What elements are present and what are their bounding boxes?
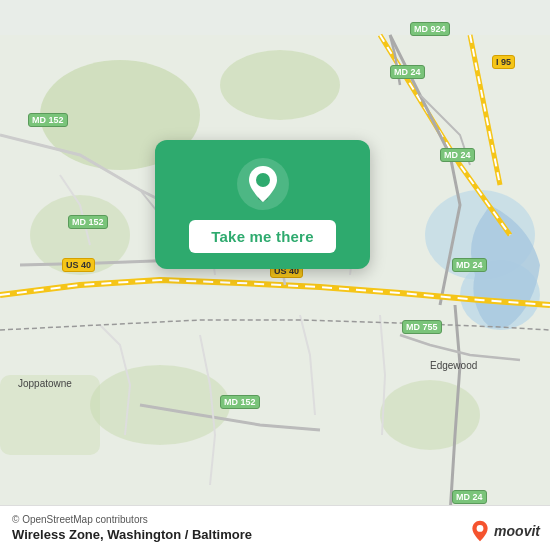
- label-md24-top: MD 24: [390, 65, 425, 79]
- svg-point-11: [256, 173, 270, 187]
- map-container: MD 924 I 95 MD 24 MD 152 MD 24 MD 152 US…: [0, 0, 550, 550]
- label-md24-lower: MD 24: [452, 258, 487, 272]
- attribution-text: © OpenStreetMap contributors: [12, 514, 538, 525]
- label-md755: MD 755: [402, 320, 442, 334]
- label-md924: MD 924: [410, 22, 450, 36]
- label-joppatowne: Joppatowne: [18, 378, 72, 389]
- moovit-pin-icon: [469, 520, 491, 542]
- label-md152-left: MD 152: [28, 113, 68, 127]
- moovit-logo: moovit: [469, 520, 540, 542]
- label-md152-mid: MD 152: [68, 215, 108, 229]
- moovit-text: moovit: [494, 523, 540, 539]
- svg-point-2: [220, 50, 340, 120]
- svg-point-12: [477, 525, 484, 532]
- take-me-there-button[interactable]: Take me there: [189, 220, 335, 253]
- label-us40-left: US 40: [62, 258, 95, 272]
- bottom-bar: © OpenStreetMap contributors Wireless Zo…: [0, 505, 550, 550]
- label-md152-bottom: MD 152: [220, 395, 260, 409]
- svg-point-7: [380, 380, 480, 450]
- label-edgewood: Edgewood: [430, 360, 477, 371]
- label-i95: I 95: [492, 55, 515, 69]
- card-overlay: Take me there: [155, 140, 370, 269]
- location-text: Wireless Zone, Washington / Baltimore: [12, 527, 538, 542]
- label-md24-bottom: MD 24: [452, 490, 487, 504]
- label-md24-mid: MD 24: [440, 148, 475, 162]
- location-pin-icon: [237, 158, 289, 210]
